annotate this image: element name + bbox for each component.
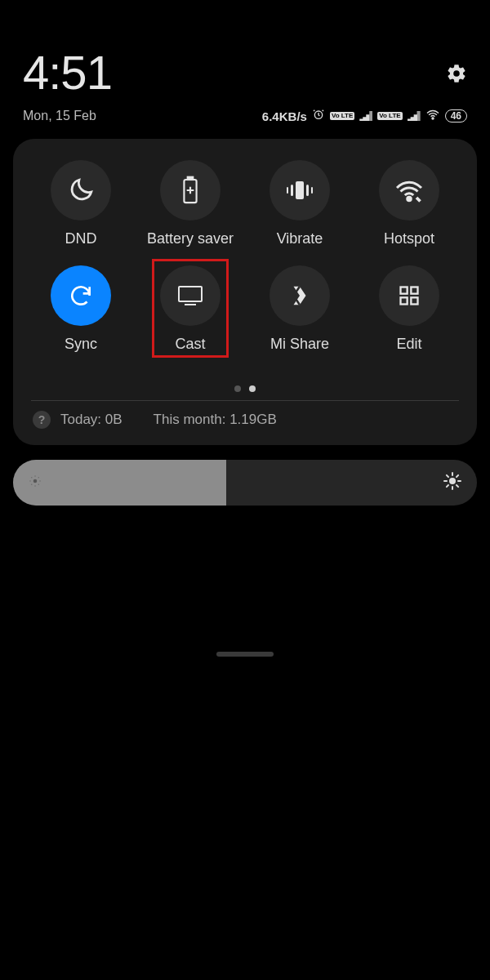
clock-time: 4:51 bbox=[23, 45, 112, 100]
tile-battery-saver[interactable]: Battery saver bbox=[137, 160, 243, 247]
sim1-volte-badge: Vo LTE bbox=[330, 112, 354, 120]
sim1-signal-icon bbox=[359, 111, 372, 121]
svg-rect-7 bbox=[287, 187, 288, 194]
tile-label: Mi Share bbox=[270, 336, 329, 353]
svg-rect-12 bbox=[401, 287, 408, 294]
svg-point-1 bbox=[432, 118, 434, 119]
svg-point-9 bbox=[408, 197, 412, 201]
wifi-icon bbox=[425, 109, 440, 123]
svg-point-18 bbox=[34, 485, 36, 487]
svg-rect-5 bbox=[291, 185, 293, 196]
svg-line-32 bbox=[447, 485, 448, 487]
brightness-fill bbox=[13, 460, 226, 506]
svg-line-31 bbox=[457, 485, 458, 487]
tile-label: Vibrate bbox=[277, 230, 323, 247]
svg-point-25 bbox=[449, 478, 456, 484]
sim2-signal-icon bbox=[408, 111, 421, 121]
battery-plus-icon bbox=[180, 176, 201, 205]
data-usage-today: Today: 0B bbox=[60, 412, 122, 428]
vibrate-icon bbox=[284, 178, 315, 203]
svg-point-24 bbox=[38, 484, 40, 486]
battery-pill: 46 bbox=[445, 109, 467, 122]
tile-label: DND bbox=[65, 230, 97, 247]
svg-point-23 bbox=[31, 484, 33, 486]
tile-sync[interactable]: Sync bbox=[28, 265, 134, 353]
quick-settings-panel: DND Battery saver Vibrate Hotspot Sync C bbox=[13, 139, 477, 445]
svg-point-19 bbox=[29, 480, 31, 482]
moon-icon bbox=[67, 176, 95, 204]
data-usage-month: This month: 1.19GB bbox=[154, 412, 277, 428]
sim2-volte-badge: Vo LTE bbox=[377, 112, 402, 120]
tile-label: Cast bbox=[175, 336, 205, 353]
tile-hotspot[interactable]: Hotspot bbox=[356, 160, 462, 247]
tile-vibrate[interactable]: Vibrate bbox=[247, 160, 353, 247]
grid-icon bbox=[398, 284, 421, 307]
svg-point-22 bbox=[38, 477, 40, 479]
svg-rect-15 bbox=[411, 297, 417, 304]
net-speed-text: 6.4KB/s bbox=[262, 109, 307, 123]
settings-gear-icon[interactable] bbox=[446, 63, 467, 84]
tile-dnd[interactable]: DND bbox=[28, 160, 134, 247]
page-dot-1 bbox=[234, 385, 241, 392]
svg-rect-8 bbox=[311, 187, 313, 194]
cast-icon bbox=[176, 284, 204, 307]
tile-label: Sync bbox=[65, 336, 97, 353]
tile-edit[interactable]: Edit bbox=[356, 265, 462, 353]
svg-point-16 bbox=[33, 479, 38, 483]
brightness-high-icon bbox=[443, 471, 462, 494]
status-date: Mon, 15 Feb bbox=[23, 109, 96, 123]
svg-point-17 bbox=[34, 475, 36, 477]
svg-rect-6 bbox=[306, 185, 309, 196]
svg-rect-13 bbox=[411, 287, 417, 294]
page-dot-2 bbox=[249, 385, 256, 392]
tile-label: Battery saver bbox=[147, 230, 234, 247]
sync-icon bbox=[68, 283, 94, 309]
svg-point-20 bbox=[39, 480, 41, 482]
page-indicator[interactable] bbox=[28, 385, 462, 392]
tile-mi-share[interactable]: Mi Share bbox=[247, 265, 353, 353]
brightness-low-icon bbox=[28, 474, 42, 492]
svg-rect-3 bbox=[188, 177, 194, 180]
nav-handle[interactable] bbox=[216, 652, 274, 657]
divider bbox=[31, 400, 459, 401]
alarm-icon bbox=[312, 108, 325, 124]
svg-line-33 bbox=[457, 475, 458, 477]
tile-cast[interactable]: Cast bbox=[137, 265, 243, 353]
svg-rect-10 bbox=[179, 287, 202, 301]
svg-rect-14 bbox=[401, 297, 408, 304]
tile-label: Hotspot bbox=[384, 230, 434, 247]
tile-label: Edit bbox=[396, 336, 421, 353]
data-usage-bar[interactable]: ? Today: 0B This month: 1.19GB bbox=[28, 409, 462, 434]
status-icons-group: 6.4KB/s Vo LTE Vo LTE 46 bbox=[262, 108, 467, 124]
help-icon: ? bbox=[33, 411, 51, 429]
svg-rect-4 bbox=[296, 181, 304, 199]
hotspot-icon bbox=[394, 178, 424, 203]
mi-share-icon bbox=[287, 283, 312, 308]
svg-line-30 bbox=[447, 475, 448, 477]
svg-point-21 bbox=[31, 477, 33, 479]
brightness-slider[interactable] bbox=[13, 460, 477, 506]
